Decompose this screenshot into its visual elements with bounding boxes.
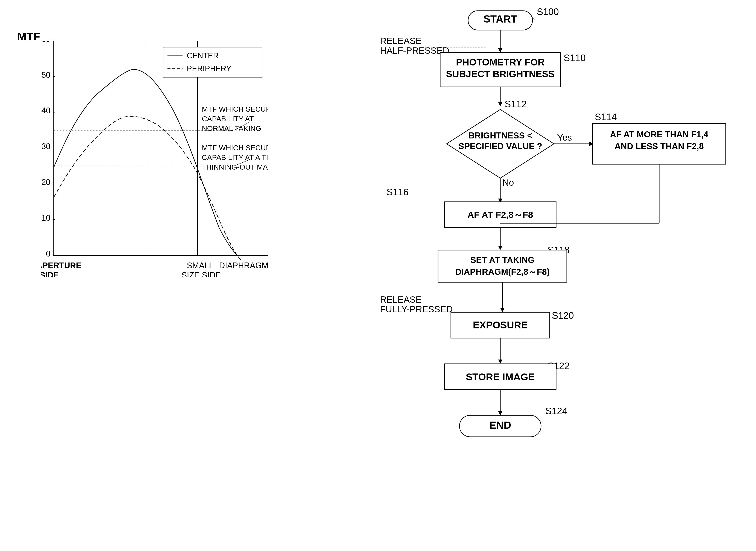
svg-text:30: 30 [41, 142, 50, 151]
page-container: MTF 0 10 20 30 40 50 60 [0, 0, 756, 551]
svg-text:SIZE SIDE: SIZE SIDE [181, 271, 221, 277]
svg-text:SUBJECT BRIGHTNESS: SUBJECT BRIGHTNESS [446, 69, 554, 79]
svg-text:No: No [502, 177, 514, 187]
svg-text:STORE IMAGE: STORE IMAGE [466, 371, 534, 383]
chart-section: MTF 0 10 20 30 40 50 60 [13, 17, 324, 489]
svg-text:CENTER: CENTER [187, 51, 219, 60]
svg-marker-85 [498, 246, 502, 250]
chart-title: MTF [17, 30, 40, 43]
svg-text:SPECIFIED VALUE ?: SPECIFIED VALUE ? [458, 141, 542, 151]
svg-text:S114: S114 [595, 112, 617, 122]
svg-marker-105 [498, 411, 502, 415]
svg-text:MTF WHICH SECURES: MTF WHICH SECURES [202, 105, 268, 113]
mtf-chart-svg: 0 10 20 30 40 50 60 [41, 41, 268, 277]
svg-text:EXPOSURE: EXPOSURE [473, 320, 528, 331]
svg-text:APERTURE: APERTURE [41, 261, 81, 270]
svg-text:20: 20 [41, 178, 50, 187]
svg-text:AF AT F2,8～F8: AF AT F2,8～F8 [467, 210, 533, 220]
svg-text:S112: S112 [504, 99, 527, 109]
svg-text:40: 40 [41, 106, 50, 115]
svg-text:THINNING-OUT MADE: THINNING-OUT MADE [202, 163, 268, 171]
svg-marker-92 [500, 308, 504, 312]
svg-marker-100 [498, 360, 502, 364]
svg-text:AF AT MORE THAN F1,4: AF AT MORE THAN F1,4 [610, 130, 709, 139]
svg-text:Yes: Yes [557, 132, 572, 142]
svg-text:NORMAL TAKING: NORMAL TAKING [202, 124, 261, 132]
svg-text:AND LESS THAN F2,8: AND LESS THAN F2,8 [615, 141, 704, 151]
svg-text:10: 10 [41, 213, 50, 222]
flowchart-svg: START S100 RELEASE HALF-PRESSED PHOTOMET… [365, 6, 747, 549]
svg-text:RELEASE: RELEASE [380, 295, 422, 305]
svg-marker-64 [498, 102, 502, 106]
svg-text:BRIGHTNESS <: BRIGHTNESS < [468, 131, 532, 140]
svg-marker-54 [498, 48, 502, 53]
svg-text:PHOTOMETRY FOR: PHOTOMETRY FOR [456, 57, 544, 67]
svg-text:RELEASE: RELEASE [380, 36, 422, 46]
svg-text:PERIPHERY: PERIPHERY [187, 64, 231, 73]
svg-line-52 [532, 17, 534, 19]
svg-text:FULLY-PRESSED: FULLY-PRESSED [380, 304, 453, 314]
svg-text:S124: S124 [545, 406, 568, 416]
svg-text:60: 60 [41, 41, 50, 44]
svg-text:SET AT TAKING: SET AT TAKING [470, 255, 534, 265]
svg-text:SMALL: SMALL [187, 261, 214, 270]
svg-text:END: END [489, 420, 511, 431]
svg-text:50: 50 [41, 70, 50, 79]
svg-text:S100: S100 [537, 6, 559, 17]
svg-text:HALF-PRESSED: HALF-PRESSED [380, 45, 449, 56]
svg-text:SIDE: SIDE [41, 271, 59, 277]
svg-text:DIAPHRAGM: DIAPHRAGM [219, 261, 268, 270]
svg-text:0: 0 [46, 249, 50, 258]
svg-text:MTF WHICH SECURES: MTF WHICH SECURES [202, 144, 268, 152]
svg-text:S116: S116 [386, 187, 409, 197]
svg-text:S110: S110 [563, 53, 586, 63]
svg-text:CAPABILITY AT A TIME OF: CAPABILITY AT A TIME OF [202, 153, 268, 161]
svg-text:CAPABILITY AT: CAPABILITY AT [202, 115, 254, 123]
svg-rect-88 [438, 250, 567, 282]
svg-text:S120: S120 [552, 310, 574, 321]
svg-text:START: START [483, 13, 517, 25]
svg-text:DIAPHRAGM(F2,8～F8): DIAPHRAGM(F2,8～F8) [455, 267, 550, 277]
